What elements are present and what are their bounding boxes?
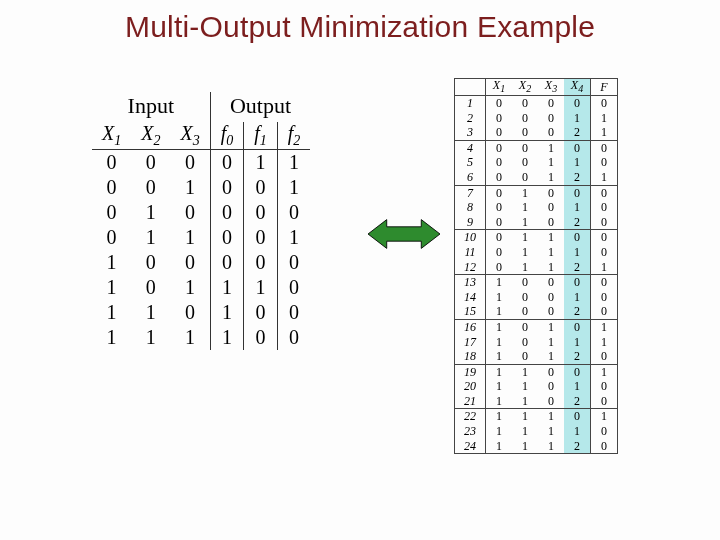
col-r-x3: X3 bbox=[538, 79, 564, 96]
cell: 1 bbox=[512, 260, 538, 275]
cell: 1 bbox=[512, 409, 538, 424]
cell: 0 bbox=[170, 300, 210, 325]
cell: 0 bbox=[538, 96, 564, 111]
cell: 0 bbox=[131, 175, 170, 200]
cell: 0 bbox=[277, 200, 310, 225]
row-index: 16 bbox=[455, 319, 486, 334]
cell-x4: 2 bbox=[564, 170, 591, 185]
cell-x4: 1 bbox=[564, 290, 591, 305]
cell: 0 bbox=[486, 260, 513, 275]
cell: 1 bbox=[512, 439, 538, 454]
cell: 1 bbox=[486, 304, 513, 319]
cell: 0 bbox=[244, 200, 278, 225]
cell: 1 bbox=[210, 325, 244, 350]
cell: 0 bbox=[244, 225, 278, 250]
table-row: 2011010 bbox=[455, 379, 617, 394]
table-row: 1310000 bbox=[455, 275, 617, 290]
cell-f: 0 bbox=[591, 185, 618, 200]
cell-f: 0 bbox=[591, 230, 618, 245]
cell-f: 0 bbox=[591, 215, 618, 230]
cell: 0 bbox=[486, 125, 513, 140]
cell: 0 bbox=[512, 125, 538, 140]
cell: 0 bbox=[210, 200, 244, 225]
cell: 0 bbox=[512, 304, 538, 319]
cell: 0 bbox=[131, 150, 170, 176]
row-index: 21 bbox=[455, 394, 486, 409]
cell: 0 bbox=[131, 250, 170, 275]
cell: 0 bbox=[244, 300, 278, 325]
cell: 0 bbox=[512, 155, 538, 170]
cell: 1 bbox=[538, 155, 564, 170]
cell: 0 bbox=[486, 185, 513, 200]
cell: 0 bbox=[538, 125, 564, 140]
cell: 0 bbox=[244, 175, 278, 200]
cell: 0 bbox=[131, 275, 170, 300]
table-row: 600121 bbox=[455, 170, 617, 185]
cell-f: 0 bbox=[591, 290, 618, 305]
cell: 0 bbox=[210, 150, 244, 176]
cell: 1 bbox=[538, 245, 564, 260]
cell-x4: 1 bbox=[564, 335, 591, 350]
table-row: 1410010 bbox=[455, 290, 617, 305]
cell: 0 bbox=[512, 319, 538, 334]
cell: 0 bbox=[486, 200, 513, 215]
row-index: 3 bbox=[455, 125, 486, 140]
table-row: 011001 bbox=[92, 225, 310, 250]
table-row: 500110 bbox=[455, 155, 617, 170]
cell: 0 bbox=[512, 349, 538, 364]
table-row: 110100 bbox=[92, 300, 310, 325]
svg-marker-0 bbox=[368, 220, 440, 249]
cell: 0 bbox=[277, 250, 310, 275]
cell-f: 1 bbox=[591, 335, 618, 350]
table-row: 2411120 bbox=[455, 439, 617, 454]
cell-x4: 0 bbox=[564, 275, 591, 290]
cell: 0 bbox=[538, 364, 564, 379]
cell-x4: 1 bbox=[564, 424, 591, 439]
row-index: 19 bbox=[455, 364, 486, 379]
cell: 1 bbox=[92, 325, 131, 350]
cell: 1 bbox=[244, 275, 278, 300]
cell-x4: 0 bbox=[564, 409, 591, 424]
col-r-x4: X4 bbox=[564, 79, 591, 96]
cell-f: 0 bbox=[591, 200, 618, 215]
cell: 1 bbox=[512, 424, 538, 439]
cell-x4: 2 bbox=[564, 215, 591, 230]
cell: 1 bbox=[92, 250, 131, 275]
cell-f: 0 bbox=[591, 379, 618, 394]
cell: 1 bbox=[170, 325, 210, 350]
cell: 1 bbox=[277, 150, 310, 176]
cell-f: 0 bbox=[591, 275, 618, 290]
col-x3: X3 bbox=[170, 122, 210, 150]
cell-x4: 1 bbox=[564, 245, 591, 260]
table-row: 400100 bbox=[455, 140, 617, 155]
cell: 1 bbox=[486, 349, 513, 364]
cell: 0 bbox=[512, 140, 538, 155]
row-index: 4 bbox=[455, 140, 486, 155]
cell: 0 bbox=[486, 215, 513, 230]
cell-x4: 2 bbox=[564, 349, 591, 364]
cell: 1 bbox=[131, 325, 170, 350]
cell: 1 bbox=[538, 230, 564, 245]
table-row: 300021 bbox=[455, 125, 617, 140]
left-header-input: Input bbox=[92, 92, 210, 122]
cell: 0 bbox=[486, 96, 513, 111]
cell: 1 bbox=[512, 200, 538, 215]
row-index: 5 bbox=[455, 155, 486, 170]
cell: 0 bbox=[538, 394, 564, 409]
cell-f: 1 bbox=[591, 170, 618, 185]
cell: 1 bbox=[277, 225, 310, 250]
cell: 1 bbox=[512, 394, 538, 409]
cell-f: 0 bbox=[591, 96, 618, 111]
cell: 1 bbox=[538, 260, 564, 275]
cell-x4: 0 bbox=[564, 319, 591, 334]
cell-f: 0 bbox=[591, 304, 618, 319]
cell: 0 bbox=[512, 275, 538, 290]
cell: 1 bbox=[538, 409, 564, 424]
cell: 1 bbox=[486, 424, 513, 439]
row-index: 23 bbox=[455, 424, 486, 439]
table-row: 1710111 bbox=[455, 335, 617, 350]
col-f1: f1 bbox=[244, 122, 278, 150]
cell: 1 bbox=[131, 300, 170, 325]
cell: 0 bbox=[277, 325, 310, 350]
cell: 1 bbox=[486, 319, 513, 334]
